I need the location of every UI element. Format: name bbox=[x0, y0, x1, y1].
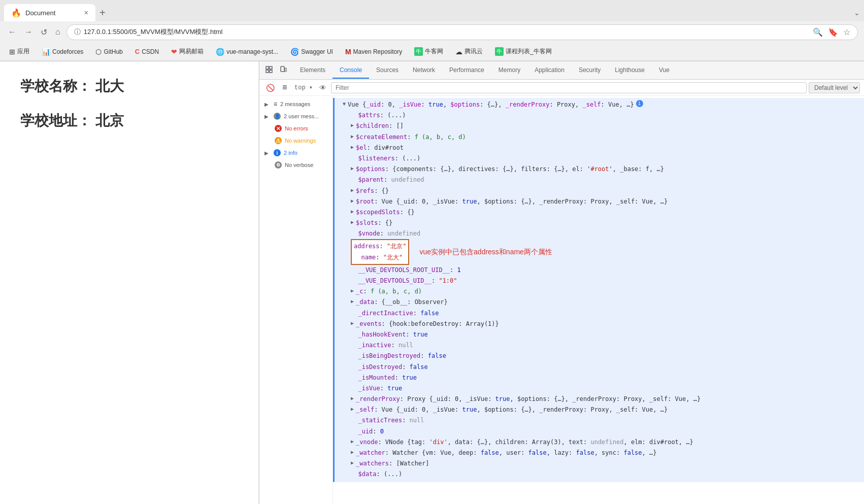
expand-icon[interactable]: ▶ bbox=[351, 132, 354, 141]
prop-attrs[interactable]: $attrs : (...) bbox=[339, 110, 860, 121]
prop-vnode2[interactable]: ▶ _vnode : VNode {tag: 'div', data: {…},… bbox=[339, 437, 860, 448]
bookmark-vue[interactable]: 🌐 vue-manage-syst... bbox=[213, 46, 281, 57]
prop-children[interactable]: ▶ $children : [] bbox=[339, 121, 860, 131]
prop-data2[interactable]: $data : (...) bbox=[339, 469, 860, 480]
prop-listeners[interactable]: $listeners : (...) bbox=[339, 153, 860, 164]
prop-direct-inactive[interactable]: _directInactive : false bbox=[339, 308, 860, 319]
prop-is-being-destroyed[interactable]: _isBeingDestroyed : false bbox=[339, 351, 860, 361]
prop-scoped-slots[interactable]: ▶ $scopedSlots : {} bbox=[339, 207, 860, 218]
back-button[interactable]: ← bbox=[6, 25, 18, 39]
tab-list-button[interactable]: ⌄ bbox=[854, 9, 860, 17]
prop-inactive[interactable]: _inactive : null bbox=[339, 340, 860, 351]
prop-slots[interactable]: ▶ $slots : {} bbox=[339, 218, 860, 228]
tab-console[interactable]: Console bbox=[333, 62, 369, 79]
tab-elements[interactable]: Elements bbox=[293, 62, 333, 79]
new-tab-button[interactable]: + bbox=[99, 8, 106, 18]
prop-uid[interactable]: _uid : 0 bbox=[339, 426, 860, 437]
expand-icon[interactable]: ▶ bbox=[351, 448, 354, 456]
prop-create-element[interactable]: ▶ $createElement : f (a, b, c, d) bbox=[339, 132, 860, 143]
bookmark-nowcoder[interactable]: 牛 牛客网 bbox=[411, 46, 446, 57]
tab-application[interactable]: Application bbox=[527, 62, 572, 79]
tab-sources[interactable]: Sources bbox=[369, 62, 406, 79]
prop-devtools-root-uid[interactable]: __VUE_DEVTOOLS_ROOT_UID__ : 1 bbox=[339, 265, 860, 276]
expand-icon[interactable]: ▶ bbox=[351, 121, 354, 129]
clear-console-button[interactable]: 🚫 bbox=[263, 82, 277, 93]
prop-is-mounted[interactable]: _isMounted : true bbox=[339, 373, 860, 383]
prop-static-trees[interactable]: _staticTrees : null bbox=[339, 415, 860, 426]
bookmark-tencent[interactable]: ☁ 腾讯云 bbox=[452, 46, 486, 57]
expand-icon[interactable]: ▶ bbox=[351, 186, 354, 194]
bookmark-csdn[interactable]: C CSDN bbox=[132, 46, 162, 57]
vue-object-header[interactable]: ▼ Vue {_uid: 0, _isVue: true, $options: … bbox=[339, 99, 860, 110]
sidebar-user-messages[interactable]: ▶ 👤 2 user mess... bbox=[259, 110, 333, 122]
context-selector[interactable]: top ▾ bbox=[292, 83, 315, 92]
collapse-button[interactable] bbox=[279, 82, 290, 93]
prop-name[interactable]: name : "北大" bbox=[354, 252, 406, 263]
filter-input[interactable] bbox=[331, 82, 807, 93]
inspect-element-button[interactable] bbox=[263, 64, 275, 77]
refresh-button[interactable]: ↺ bbox=[39, 25, 49, 39]
expand-icon[interactable]: ▶ bbox=[351, 218, 354, 226]
bookmark-github[interactable]: ⬡ GitHub bbox=[92, 46, 125, 57]
prop-vnode[interactable]: $vnode : undefined bbox=[339, 228, 860, 239]
home-button[interactable]: ⌂ bbox=[53, 25, 62, 39]
prop-data[interactable]: ▶ _data : {__ob__: Observer} bbox=[339, 297, 860, 308]
prop-parent[interactable]: $parent : undefined bbox=[339, 175, 860, 185]
bookmark-codeforces[interactable]: 📊 Codeforces bbox=[39, 46, 86, 57]
expand-arrow[interactable]: ▼ bbox=[343, 100, 346, 108]
tab-close-button[interactable]: × bbox=[84, 9, 88, 17]
expand-icon[interactable]: ▶ bbox=[351, 197, 354, 205]
prop-watchers[interactable]: ▶ _watchers : [Watcher] bbox=[339, 458, 860, 469]
prop-address[interactable]: address : "北京" bbox=[354, 241, 406, 252]
bookmark-maven[interactable]: M Maven Repository bbox=[342, 46, 405, 57]
prop-c[interactable]: ▶ _c : f (a, b, c, d) bbox=[339, 286, 860, 297]
expand-icon[interactable]: ▶ bbox=[351, 438, 354, 446]
prop-is-destroyed[interactable]: _isDestroyed : false bbox=[339, 362, 860, 373]
expand-icon[interactable]: ▶ bbox=[351, 459, 354, 467]
forward-button[interactable]: → bbox=[22, 25, 35, 39]
prop-root[interactable]: ▶ $root : Vue {_uid: 0, _isVue: true, $o… bbox=[339, 196, 860, 207]
address-input[interactable]: ⓘ 127.0.0.1:5500/05_MVVM模型/MVVM模型.html 🔍… bbox=[67, 24, 858, 40]
expand-icon[interactable]: ▶ bbox=[351, 208, 354, 216]
log-level-select[interactable]: Default level Verbose Info Warnings Erro… bbox=[809, 82, 860, 93]
expand-icon[interactable]: ▶ bbox=[351, 164, 354, 173]
bookmark-course[interactable]: 牛 课程列表_牛客网 bbox=[492, 46, 555, 57]
device-toggle-button[interactable] bbox=[278, 64, 289, 77]
prop-is-vue[interactable]: _isVue : true bbox=[339, 383, 860, 394]
tab-performance[interactable]: Performance bbox=[442, 62, 491, 79]
prop-refs[interactable]: ▶ $refs : {} bbox=[339, 186, 860, 196]
bookmark-swagger[interactable]: 🌀 Swagger UI bbox=[287, 46, 336, 57]
star-icon[interactable]: ☆ bbox=[843, 27, 850, 37]
expand-icon[interactable]: ▶ bbox=[351, 297, 354, 306]
expand-icon[interactable]: ▶ bbox=[351, 319, 354, 327]
sidebar-no-errors[interactable]: ✕ No errors bbox=[259, 122, 333, 135]
search-icon[interactable]: 🔍 bbox=[813, 27, 823, 37]
prop-render-proxy[interactable]: ▶ _renderProxy : Proxy {_uid: 0, _isVue:… bbox=[339, 394, 860, 405]
tab-security[interactable]: Security bbox=[572, 62, 608, 79]
expand-icon[interactable]: ▶ bbox=[351, 287, 354, 295]
expand-icon[interactable]: ▶ bbox=[351, 394, 354, 402]
bookmark-icon[interactable]: 🔖 bbox=[828, 27, 838, 37]
console-sidebar: ▶ ≡ 2 messages ▶ 👤 2 user mess... ✕ No e… bbox=[259, 96, 333, 504]
sidebar-messages[interactable]: ▶ ≡ 2 messages bbox=[259, 98, 333, 110]
prop-el[interactable]: ▶ $el : div#root bbox=[339, 143, 860, 153]
tab-lighthouse[interactable]: Lighthouse bbox=[608, 62, 652, 79]
bookmark-apps[interactable]: ⊞ 应用 bbox=[6, 46, 32, 57]
prop-devtools-uid[interactable]: __VUE_DEVTOOLS_UID__ : "1:0" bbox=[339, 276, 860, 286]
bookmark-mail[interactable]: ❤ 网易邮箱 bbox=[168, 46, 207, 57]
sidebar-info[interactable]: ▶ i 2 info bbox=[259, 147, 333, 159]
sidebar-no-verbose[interactable]: ⚙ No verbose bbox=[259, 159, 333, 171]
prop-events[interactable]: ▶ _events : {hook:beforeDestroy: Array(1… bbox=[339, 319, 860, 329]
expand-icon[interactable]: ▶ bbox=[351, 405, 354, 413]
prop-self[interactable]: ▶ _self : Vue {_uid: 0, _isVue: true, $o… bbox=[339, 405, 860, 415]
browser-tab[interactable]: 🔥 Document × bbox=[4, 4, 95, 21]
prop-has-hook-event[interactable]: _hasHookEvent : true bbox=[339, 329, 860, 340]
expand-icon[interactable]: ▶ bbox=[351, 143, 354, 151]
tab-network[interactable]: Network bbox=[406, 62, 442, 79]
tab-vue[interactable]: Vue bbox=[652, 62, 677, 79]
prop-watcher[interactable]: ▶ _watcher : Watcher {vm: Vue, deep: fal… bbox=[339, 448, 860, 458]
tab-memory[interactable]: Memory bbox=[491, 62, 527, 79]
prop-options[interactable]: ▶ $options : {components: {…}, directive… bbox=[339, 164, 860, 175]
eye-button[interactable]: 👁 bbox=[317, 82, 329, 93]
sidebar-no-warnings[interactable]: ⚠ No warnings bbox=[259, 135, 333, 147]
